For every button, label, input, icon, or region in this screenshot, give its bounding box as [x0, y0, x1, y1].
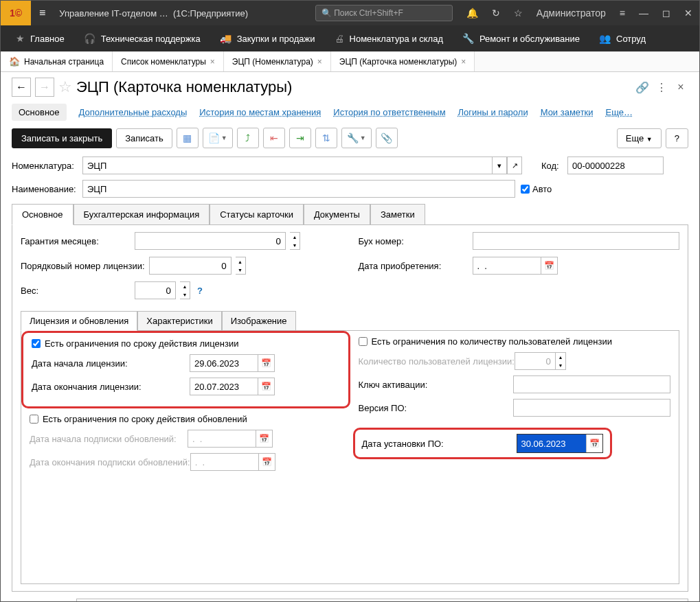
install-date-input[interactable] [517, 435, 586, 452]
history-icon[interactable]: ↻ [485, 8, 507, 19]
save-button[interactable]: Записать [116, 128, 172, 148]
menu-support[interactable]: 🎧Техническая поддержка [74, 25, 210, 51]
license-end-input[interactable] [190, 378, 258, 395]
serial-input[interactable] [149, 257, 232, 275]
copy-dropdown-button[interactable]: 📄▼ [203, 128, 233, 148]
tab-nomenclature[interactable]: ЭЦП (Номенклатура)× [224, 51, 331, 71]
tab-main[interactable]: Основное [12, 204, 74, 225]
star-icon[interactable]: ☆ [507, 8, 530, 19]
link-more[interactable]: Еще… [606, 107, 633, 117]
move-right-button[interactable]: ⇥ [289, 128, 311, 148]
people-icon: 👥 [599, 33, 611, 44]
nomenclature-input[interactable] [82, 157, 492, 174]
license-start-label: Дата начала лицензии: [32, 358, 190, 369]
calendar-icon[interactable]: 📅 [258, 378, 275, 395]
tab-documents[interactable]: Документы [304, 204, 370, 225]
sub-tabs: Лицензия и обновления Характеристики Изо… [21, 310, 679, 584]
link-history-places[interactable]: История по местам хранения [199, 107, 321, 117]
titlebar: 1© ≡ Управление IT-отделом … (1С:Предпри… [1, 1, 699, 25]
tab-accounting[interactable]: Бухгалтерская информация [74, 204, 210, 225]
calendar-icon[interactable]: 📅 [541, 257, 558, 275]
home-icon: 🏠 [9, 56, 20, 67]
help-icon[interactable]: ? [197, 286, 203, 296]
menu-purchases[interactable]: 🚚Закупки и продажи [210, 25, 325, 51]
license-start-input[interactable] [190, 354, 258, 372]
highlight-license-dates: Есть ограничения по сроку действия лицен… [21, 331, 350, 408]
warranty-spinner[interactable]: ▲▼ [290, 232, 300, 250]
warranty-input[interactable] [135, 232, 286, 250]
favorite-icon[interactable]: ☆ [58, 78, 72, 96]
auto-checkbox[interactable]: Авто [521, 184, 586, 194]
comment-input[interactable] [76, 599, 689, 602]
subtab-characteristics[interactable]: Характеристики [137, 311, 221, 331]
global-search[interactable]: 🔍 Поиск Ctrl+Shift+F [315, 5, 453, 21]
minimize-icon[interactable]: — [632, 8, 655, 19]
help-button[interactable]: ? [666, 128, 688, 148]
purchase-date-input[interactable] [473, 257, 541, 275]
close-icon[interactable]: × [461, 57, 466, 67]
link-icon[interactable]: 🔗 [635, 81, 650, 94]
printer-icon: 🖨 [335, 33, 344, 44]
dropdown-icon[interactable]: ▾ [492, 157, 507, 174]
version-input[interactable] [513, 399, 671, 417]
subtab-license[interactable]: Лицензия и обновления [21, 311, 137, 331]
weight-input[interactable] [135, 281, 176, 299]
close-window-icon[interactable]: ✕ [677, 8, 699, 19]
tab-home[interactable]: 🏠Начальная страница [1, 51, 113, 71]
more-button[interactable]: Еще ▼ [617, 128, 662, 148]
calendar-icon[interactable]: 📅 [258, 354, 275, 372]
headset-icon: 🎧 [84, 33, 95, 44]
hamburger-icon[interactable]: ≡ [31, 7, 54, 19]
limit-license-checkbox[interactable] [32, 339, 41, 348]
logo-1c: 1© [1, 1, 31, 25]
key-input[interactable] [513, 375, 671, 393]
serial-spinner[interactable]: ▲▼ [236, 257, 246, 275]
nav-back-button[interactable]: ← [12, 78, 31, 97]
name-input[interactable] [82, 180, 515, 198]
link-expenses[interactable]: Дополнительные расходы [79, 107, 188, 117]
move-left-button[interactable]: ⇤ [263, 128, 285, 148]
close-page-icon[interactable]: × [673, 81, 688, 93]
maximize-icon[interactable]: ◻ [655, 8, 677, 19]
attach-button[interactable]: 📎 [376, 128, 398, 148]
weight-spinner[interactable]: ▲▼ [180, 281, 190, 299]
limit-users-checkbox[interactable] [359, 337, 368, 346]
open-ref-icon[interactable]: ↗ [507, 157, 522, 174]
code-input[interactable] [567, 157, 664, 174]
nav-forward-button[interactable]: → [35, 78, 54, 97]
menu-main[interactable]: ★Главное [6, 25, 74, 51]
link-logins[interactable]: Логины и пароли [458, 107, 528, 117]
close-icon[interactable]: × [210, 57, 215, 67]
limit-upd-checkbox[interactable] [30, 415, 38, 424]
menu-employees[interactable]: 👥Сотруд [589, 25, 655, 51]
buh-input[interactable] [473, 232, 680, 250]
calendar-icon[interactable]: 📅 [586, 435, 602, 452]
settings-dropdown-button[interactable]: 🔧▼ [341, 128, 372, 148]
calendar-icon: 📅 [259, 453, 275, 471]
document-icon-button[interactable]: ▦ [177, 128, 199, 148]
save-close-button[interactable]: Записать и закрыть [12, 128, 112, 148]
kebab-icon[interactable]: ⋮ [654, 81, 669, 94]
user-label[interactable]: Администратор [530, 8, 613, 19]
subtab-image[interactable]: Изображение [222, 311, 296, 331]
wrench-icon: 🔧 [462, 33, 474, 44]
menu-nomenclature[interactable]: 🖨Номенклатура и склад [325, 25, 453, 51]
export-button[interactable]: ⤴ [237, 128, 259, 148]
tab-card[interactable]: ЭЦП (Карточка номенклатуры)× [331, 51, 475, 71]
bell-icon[interactable]: 🔔 [460, 8, 485, 19]
swap-button[interactable]: ⇅ [315, 128, 337, 148]
link-history-responsible[interactable]: История по ответственным [333, 107, 445, 117]
settings-lines-icon[interactable]: ≡ [613, 8, 632, 19]
link-main[interactable]: Основное [12, 104, 67, 121]
tab-notes[interactable]: Заметки [370, 204, 425, 225]
warranty-label: Гарантия месяцев: [21, 236, 131, 246]
close-icon[interactable]: × [317, 57, 322, 67]
truck-icon: 🚚 [220, 33, 232, 44]
users-count-input [515, 352, 556, 370]
link-notes[interactable]: Мои заметки [541, 107, 594, 117]
tab-list[interactable]: Список номенклатуры× [113, 51, 224, 71]
nomenclature-label: Номенклатура: [12, 161, 77, 171]
buh-label: Бух номер: [359, 236, 468, 246]
menu-repair[interactable]: 🔧Ремонт и обслуживание [453, 25, 589, 51]
tab-statuses[interactable]: Статусы карточки [210, 204, 304, 225]
